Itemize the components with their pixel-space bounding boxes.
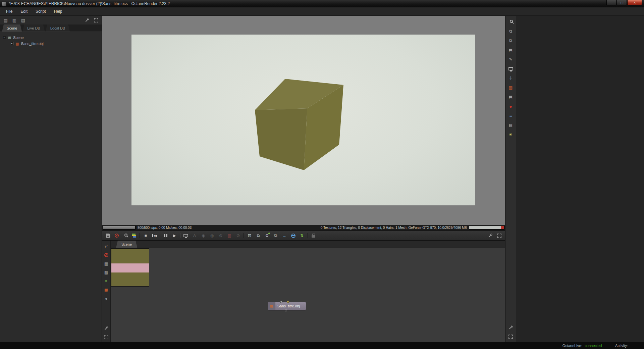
right-icon-strip: ⧉ ⧉ ▤ ✎ ⇩ ▦ ▤ ● ≡ ▤ ☀ xyxy=(505,16,516,342)
circle-center-icon[interactable]: ⊙ xyxy=(235,232,241,239)
pause-icon[interactable] xyxy=(162,232,169,239)
nodegraph-tab-scene[interactable]: Scene xyxy=(116,241,137,248)
outliner-panel: ▤ ▥ ▤ Scene Live DB Local DB − ⊞ Scene +… xyxy=(0,16,102,342)
monitor-icon[interactable] xyxy=(507,65,515,72)
export-arrow-icon[interactable]: → xyxy=(281,232,288,239)
material-preview[interactable] xyxy=(111,248,149,287)
picture-icon[interactable]: ▤ xyxy=(507,122,515,128)
expand-icon[interactable] xyxy=(93,17,99,23)
tab-local-db[interactable]: Local DB xyxy=(46,24,70,32)
sphere-icon[interactable]: ● xyxy=(103,296,109,302)
menu-file[interactable]: File xyxy=(2,8,16,15)
cube-left-face xyxy=(255,108,307,170)
circle-slash-icon[interactable]: ⊘ xyxy=(217,232,224,239)
upload-download-icon[interactable]: ⇅ xyxy=(299,232,305,239)
node-input-pin[interactable] xyxy=(287,301,289,303)
separator xyxy=(244,233,244,238)
red-grid-icon[interactable]: ▦ xyxy=(226,232,233,239)
bottom-status-bar: OctaneLive: connected Activity: xyxy=(0,342,644,349)
region-select-icon[interactable]: ⊡ xyxy=(246,232,253,239)
menu-edit[interactable]: Edit xyxy=(16,8,32,15)
magnifier-icon[interactable] xyxy=(122,232,129,239)
tree-row-scene[interactable]: − ⊞ Scene xyxy=(0,35,102,41)
maximize-button[interactable]: ▢ xyxy=(617,0,627,5)
no-entry-icon[interactable] xyxy=(103,252,109,258)
magnifier-icon[interactable] xyxy=(507,18,515,25)
close-button[interactable]: × xyxy=(627,0,642,5)
expand-icon[interactable] xyxy=(507,334,515,340)
preview-olive-band xyxy=(111,272,149,286)
octanelive-label: OctaneLive: xyxy=(562,344,582,348)
window-title: *E:\08-ECHANGES\PIERRICK\Nouveau dossier… xyxy=(9,1,170,6)
wrench-icon[interactable] xyxy=(103,325,109,331)
render-progress-text: 500/500 s/px, 0.00 Ms/sec, 00:00:03 xyxy=(138,226,192,230)
duplicate-icon[interactable]: ⧉ xyxy=(272,232,279,239)
material-ball-icon[interactable]: ● xyxy=(507,103,515,109)
nodegraph-panel[interactable]: Scene ⇄ ▦ ▩ ≡ ▦ ● ▦ Sans_titre.obj xyxy=(102,241,505,342)
file-pages-icon[interactable]: ⧉ xyxy=(507,37,515,44)
copy-page-icon[interactable]: ⧉ xyxy=(507,28,515,34)
layer-stack-icon[interactable]: ≡ xyxy=(507,112,515,119)
list-icon[interactable]: ≡ xyxy=(103,278,109,284)
gear-icon[interactable]: ⚙ xyxy=(264,232,270,239)
wrench-icon[interactable] xyxy=(84,17,90,23)
grid-dots-icon[interactable]: ▦ xyxy=(103,261,109,267)
tree-label-scene: Scene xyxy=(13,36,23,40)
node-input-pin[interactable] xyxy=(280,301,282,303)
mesh-node[interactable]: ▦ Sans_titre.obj xyxy=(268,302,306,310)
separator xyxy=(307,233,308,238)
separator xyxy=(180,233,180,238)
minimize-button[interactable]: ─ xyxy=(606,0,616,5)
wrench-icon[interactable] xyxy=(507,324,515,331)
panel-layout-icon[interactable]: ▤ xyxy=(3,17,9,23)
picture-icon[interactable]: ▤ xyxy=(507,94,515,100)
render-toolbar: ■ ◀◀ ▶ A ◉ ◎ ⊘ ▦ ⊙ ⊡ ⧉ ⚙ ⧉ → ⇅ xyxy=(102,231,505,241)
grid-dense-icon[interactable]: ▩ xyxy=(103,269,109,276)
titlebar: *E:\08-ECHANGES\PIERRICK\Nouveau dossier… xyxy=(0,0,644,7)
lock-icon[interactable] xyxy=(310,232,317,239)
scene-node-icon: ⊞ xyxy=(8,36,11,40)
panel-split-icon[interactable]: ▥ xyxy=(11,17,17,23)
letter-a-icon[interactable]: A xyxy=(191,232,198,239)
expand-toggle-icon[interactable]: + xyxy=(10,42,13,45)
separator xyxy=(160,233,160,238)
play-icon[interactable]: ▶ xyxy=(171,232,178,239)
menu-script[interactable]: Script xyxy=(32,8,50,15)
collapse-toggle-icon[interactable]: − xyxy=(3,36,6,39)
image-icon[interactable]: ▤ xyxy=(507,47,515,53)
pan-arrows-icon[interactable]: ⇄ xyxy=(103,243,109,249)
layers-icon[interactable] xyxy=(131,232,138,239)
mesh-icon[interactable]: ▦ xyxy=(103,287,109,293)
expand-icon[interactable] xyxy=(103,334,109,340)
download-icon[interactable]: ⇩ xyxy=(507,75,515,81)
render-viewport[interactable] xyxy=(102,16,505,225)
node-output-pin[interactable] xyxy=(285,309,287,311)
no-entry-icon[interactable] xyxy=(113,232,120,239)
wrench-icon[interactable] xyxy=(487,232,494,239)
restart-icon[interactable]: ◀◀ xyxy=(151,232,158,239)
scene-tree: − ⊞ Scene + ▦ Sans_titre.obj xyxy=(0,32,102,47)
tree-row-mesh[interactable]: + ▦ Sans_titre.obj xyxy=(0,41,102,47)
tab-live-db[interactable]: Live DB xyxy=(22,24,45,32)
preview-pink-band xyxy=(111,263,149,272)
save-icon[interactable] xyxy=(105,232,111,239)
render-image[interactable] xyxy=(131,35,475,205)
circle-dot-icon[interactable]: ◉ xyxy=(200,232,207,239)
mesh-icon[interactable]: ▦ xyxy=(507,84,515,91)
monitor-icon[interactable] xyxy=(182,232,189,239)
stop-icon[interactable]: ■ xyxy=(142,232,149,239)
clipboard-copy-icon[interactable]: ⧉ xyxy=(255,232,262,239)
globe-icon[interactable] xyxy=(290,232,297,239)
gpu-memory-bar xyxy=(469,226,504,230)
nodegraph-toolstrip: ⇄ ▦ ▩ ≡ ▦ ● xyxy=(102,241,111,342)
tree-label-mesh: Sans_titre.obj xyxy=(21,42,43,46)
sun-icon[interactable]: ☀ xyxy=(507,131,515,138)
circle-ring-icon[interactable]: ◎ xyxy=(209,232,215,239)
expand-icon[interactable] xyxy=(496,232,502,239)
panel-list-icon[interactable]: ▤ xyxy=(20,17,26,23)
pencil-icon[interactable]: ✎ xyxy=(507,56,515,62)
octanelive-status: connected xyxy=(585,344,602,348)
tab-scene[interactable]: Scene xyxy=(2,24,22,32)
menu-help[interactable]: Help xyxy=(50,8,66,15)
render-progress-bar xyxy=(103,226,136,230)
